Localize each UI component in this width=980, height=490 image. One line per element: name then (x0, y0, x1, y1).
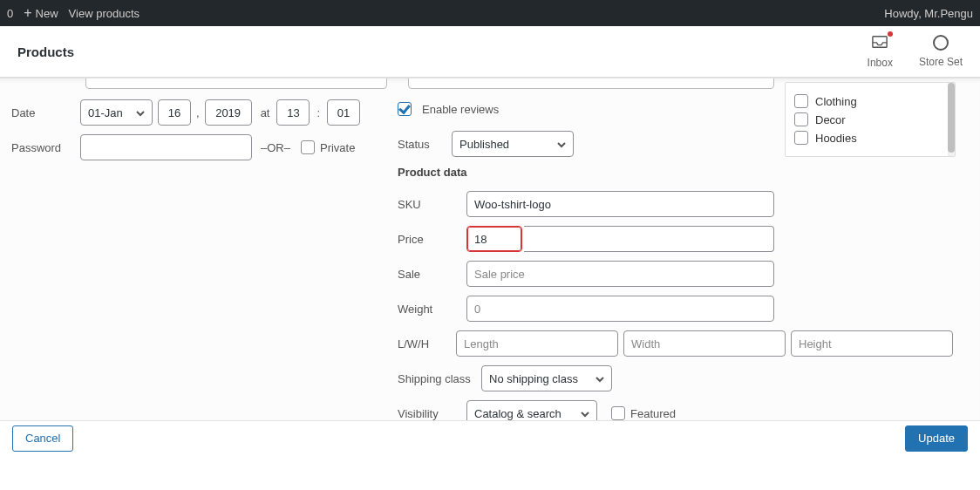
weight-input[interactable] (466, 296, 774, 322)
store-setup-label: Store Set (919, 56, 963, 68)
left-column: Date 01-Jan , at : Password –OR– Private (11, 85, 395, 169)
chevron-down-icon (594, 373, 606, 385)
admin-bar-new-label: New (36, 7, 58, 20)
date-label: Date (11, 106, 75, 119)
inbox-label: Inbox (868, 57, 893, 69)
hoodies-checkbox[interactable] (794, 131, 808, 145)
hour-input[interactable] (276, 99, 310, 126)
mid-prev-field[interactable] (408, 78, 774, 89)
categories-scrollbar[interactable] (948, 83, 955, 156)
inbox-button[interactable]: Inbox (868, 35, 893, 69)
enable-reviews-label: Enable reviews (422, 103, 499, 116)
cat-row-hoodies[interactable]: Hoodies (794, 131, 946, 145)
store-setup-icon (933, 35, 949, 51)
private-checkbox[interactable] (301, 140, 315, 154)
decor-checkbox[interactable] (794, 112, 808, 126)
weight-label: Weight (398, 303, 461, 316)
width-input[interactable] (623, 330, 786, 357)
length-input[interactable] (456, 330, 618, 357)
page-header: Products Inbox Store Set (0, 26, 980, 78)
chevron-down-icon (579, 408, 591, 420)
store-setup-button[interactable]: Store Set (919, 35, 963, 69)
admin-bar-new[interactable]: + New (24, 6, 58, 20)
sku-input[interactable] (466, 191, 774, 217)
visibility-value: Catalog & search (474, 407, 561, 420)
status-select[interactable]: Published (452, 131, 574, 157)
cancel-button[interactable]: Cancel (12, 425, 73, 452)
month-select[interactable]: 01-Jan (80, 99, 153, 126)
at-label: at (261, 106, 270, 119)
chevron-down-icon (134, 107, 146, 119)
prev-field[interactable] (85, 78, 387, 89)
admin-bar: 0 + New View products Howdy, Mr.Pengu (0, 0, 980, 26)
admin-bar-view-products[interactable]: View products (69, 7, 140, 20)
cat-row-clothing[interactable]: Clothing (794, 94, 946, 108)
featured-checkbox[interactable] (611, 406, 625, 420)
private-label: Private (320, 141, 355, 154)
visibility-label: Visibility (398, 407, 461, 420)
chevron-down-icon (555, 139, 568, 151)
password-input[interactable] (80, 134, 252, 160)
shipping-class-value: No shipping class (489, 372, 578, 385)
password-label: Password (11, 141, 75, 154)
lwh-label: L/W/H (398, 337, 451, 350)
status-value: Published (459, 138, 509, 151)
day-input[interactable] (158, 99, 191, 126)
product-data-heading: Product data (398, 166, 774, 179)
clothing-checkbox[interactable] (794, 94, 808, 108)
status-label: Status (398, 138, 446, 151)
page-title: Products (17, 44, 74, 59)
content-area: Date 01-Jan , at : Password –OR– Private (0, 78, 980, 455)
inbox-icon (872, 35, 888, 49)
minute-input[interactable] (327, 99, 360, 126)
middle-column: Enable reviews Status Published Product … (398, 85, 774, 455)
clothing-label: Clothing (815, 95, 857, 108)
sale-label: Sale (398, 268, 461, 281)
price-label: Price (398, 233, 461, 246)
shipping-class-label: Shipping class (398, 372, 476, 385)
notification-dot-icon (888, 31, 893, 37)
admin-bar-howdy[interactable]: Howdy, Mr.Pengu (884, 7, 973, 20)
cat-row-decor[interactable]: Decor (794, 112, 946, 126)
admin-bar-comments[interactable]: 0 (7, 7, 13, 20)
price-input-extra[interactable] (524, 226, 774, 252)
plus-icon: + (24, 6, 31, 20)
shipping-class-select[interactable]: No shipping class (481, 365, 612, 391)
categories-box: Clothing Decor Hoodies (785, 82, 956, 157)
enable-reviews-checkbox[interactable] (398, 102, 412, 116)
height-input[interactable] (791, 330, 953, 357)
featured-label: Featured (630, 407, 676, 420)
year-input[interactable] (205, 99, 252, 126)
right-column: Clothing Decor Hoodies (785, 82, 968, 157)
price-input[interactable] (466, 226, 522, 252)
svg-rect-0 (873, 37, 887, 48)
month-value: 01-Jan (88, 106, 123, 119)
footer: Cancel Update (0, 420, 980, 455)
sku-label: SKU (398, 198, 461, 211)
hoodies-label: Hoodies (815, 132, 857, 145)
categories-scrollbar-thumb[interactable] (948, 83, 955, 153)
sale-input[interactable] (466, 261, 774, 287)
update-button[interactable]: Update (905, 425, 968, 452)
decor-label: Decor (815, 113, 846, 126)
or-label: –OR– (261, 141, 290, 154)
